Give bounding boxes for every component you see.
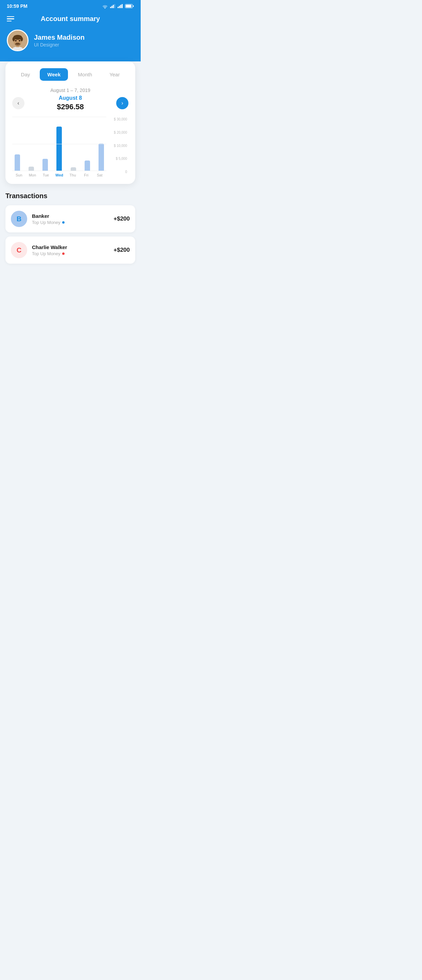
svg-rect-9 [126, 5, 131, 8]
date-section: August 1 – 7, 2019 ‹ August 8 $296.58 › [12, 88, 128, 111]
svg-rect-3 [114, 4, 115, 8]
current-date: August 8 [57, 95, 84, 101]
next-button[interactable]: › [116, 97, 128, 109]
y-label: 0 [106, 170, 127, 174]
bar-group [12, 154, 22, 171]
y-axis: $ 30,000$ 20,000$ 10,000$ 5,0000 [106, 117, 128, 174]
main-card: Day Week Month Year August 1 – 7, 2019 ‹… [5, 61, 135, 184]
avatar-image [8, 30, 27, 51]
tx-amount: +$200 [113, 215, 130, 222]
profile-name: James Madison [34, 33, 85, 41]
svg-rect-7 [121, 4, 123, 8]
y-label: $ 5,000 [106, 157, 127, 161]
bar [43, 159, 48, 171]
tx-info: Charlie Walker Top Up Money [32, 244, 109, 256]
svg-rect-4 [118, 7, 118, 8]
tx-avatar: C [11, 242, 27, 258]
signal-icon [110, 4, 115, 8]
bar [14, 154, 20, 171]
bar-label: Thu [66, 173, 80, 177]
wifi-icon [102, 4, 108, 8]
svg-rect-6 [120, 5, 121, 8]
bar-group [26, 167, 36, 171]
bar-label: Wed [53, 173, 66, 177]
svg-rect-10 [133, 5, 134, 7]
profile-role: UI Designer [34, 42, 85, 48]
svg-rect-5 [119, 6, 120, 8]
svg-point-20 [19, 40, 21, 42]
menu-icon[interactable] [7, 16, 14, 22]
bar [71, 167, 76, 171]
tab-day[interactable]: Day [14, 68, 38, 81]
tx-desc: Top Up Money [32, 251, 109, 256]
transaction-item: B Banker Top Up Money +$200 [5, 205, 135, 232]
bar-group [54, 127, 64, 171]
bar-label: Tue [39, 173, 53, 177]
tx-info: Banker Top Up Money [32, 213, 109, 225]
tab-month[interactable]: Month [70, 68, 99, 81]
profile-info: James Madison UI Designer [34, 33, 85, 48]
svg-rect-0 [110, 7, 111, 8]
svg-rect-1 [112, 6, 112, 8]
bar-group [82, 161, 92, 171]
signal2-icon [118, 4, 123, 8]
svg-point-18 [15, 42, 21, 46]
bar [85, 161, 90, 171]
bars-wrapper [12, 117, 106, 171]
transactions-list: B Banker Top Up Money +$200 C Charlie Wa… [5, 205, 135, 264]
tx-name: Charlie Walker [32, 244, 109, 250]
tx-amount: +$200 [113, 247, 130, 253]
svg-point-16 [13, 37, 15, 41]
bar-group [40, 159, 50, 171]
chart-area: SunMonTueWedThuFriSat $ 30,000$ 20,000$ … [12, 117, 128, 177]
status-bar: 10:59 PM [0, 0, 141, 11]
x-axis-labels: SunMonTueWedThuFriSat [12, 173, 106, 177]
bar-label: Mon [26, 173, 39, 177]
transactions-title: Transactions [5, 192, 135, 200]
tx-name: Banker [32, 213, 109, 219]
tx-avatar: B [11, 211, 27, 227]
battery-icon [125, 4, 134, 8]
status-icons [102, 4, 134, 8]
prev-button[interactable]: ‹ [12, 97, 24, 109]
status-time: 10:59 PM [7, 3, 27, 9]
tab-week[interactable]: Week [40, 68, 68, 81]
tab-year[interactable]: Year [102, 68, 127, 81]
svg-rect-2 [113, 5, 114, 8]
date-nav: ‹ August 8 $296.58 › [12, 95, 128, 111]
avatar [7, 30, 29, 51]
y-label: $ 10,000 [106, 144, 127, 148]
chart-container: SunMonTueWedThuFriSat $ 30,000$ 20,000$ … [12, 117, 128, 177]
tx-status-dot [62, 221, 65, 224]
bar-label: Fri [80, 173, 93, 177]
bar [99, 143, 104, 171]
svg-point-17 [21, 37, 23, 41]
svg-point-19 [15, 40, 17, 42]
date-range: August 1 – 7, 2019 [12, 88, 128, 93]
bar-label: Sun [12, 173, 26, 177]
chart-bars-area: SunMonTueWedThuFriSat [12, 117, 106, 177]
tx-status-dot [62, 253, 65, 255]
bar [56, 127, 62, 171]
period-tabs: Day Week Month Year [12, 68, 128, 81]
transaction-item: C Charlie Walker Top Up Money +$200 [5, 237, 135, 264]
bar-group [96, 143, 106, 171]
y-label: $ 30,000 [106, 118, 127, 121]
header-top: Account summary [7, 15, 134, 23]
bar-label: Sat [93, 173, 106, 177]
tx-desc: Top Up Money [32, 220, 109, 225]
header: Account summary [0, 11, 141, 61]
bar [29, 167, 34, 171]
bar-group [68, 167, 78, 171]
y-label: $ 20,000 [106, 130, 127, 134]
header-title: Account summary [41, 15, 100, 23]
profile-section: James Madison UI Designer [7, 30, 134, 55]
amount: $296.58 [57, 102, 84, 111]
transactions-section: Transactions B Banker Top Up Money +$200… [5, 192, 135, 264]
